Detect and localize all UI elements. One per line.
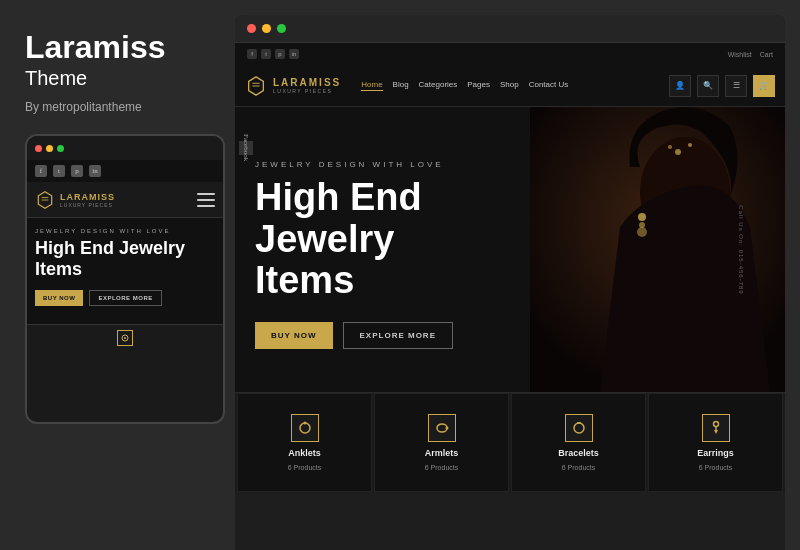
mobile-hamburger-icon[interactable] xyxy=(197,193,215,207)
mobile-buy-button[interactable]: BUY NOW xyxy=(35,290,83,306)
svg-point-22 xyxy=(713,422,718,427)
bracelets-count: 6 Products xyxy=(562,464,595,471)
left-panel: Laramiss Theme By metropolitantheme f t … xyxy=(0,0,235,550)
mobile-twitter-icon: t xyxy=(53,165,65,177)
mobile-hero: JEWELRY DESIGN WITH LOVE High End Jewelr… xyxy=(27,218,223,323)
svg-rect-21 xyxy=(577,422,581,424)
mobile-dot-yellow xyxy=(46,145,53,152)
mobile-dot-green xyxy=(57,145,64,152)
anklets-label: Anklets xyxy=(288,448,321,458)
mobile-jewelry-icon xyxy=(117,330,133,346)
mobile-linkedin-icon: in xyxy=(89,165,101,177)
mobile-hero-buttons: BUY NOW EXPLORE MORE xyxy=(35,290,215,306)
svg-point-12 xyxy=(668,145,672,149)
desktop-top-utility-bar: f t p in Wishlist Cart xyxy=(235,43,785,65)
mobile-logo-icon xyxy=(35,190,55,210)
mobile-hero-title: High End Jewelry Items xyxy=(35,238,215,279)
nav-home[interactable]: Home xyxy=(361,80,382,91)
desktop-hero-title: High EndJewelryItems xyxy=(255,177,515,302)
category-armlets[interactable]: Armlets 6 Products xyxy=(374,393,509,492)
desktop-dot-green xyxy=(277,24,286,33)
desktop-menu-icon[interactable]: ☰ xyxy=(725,75,747,97)
desktop-pinterest-icon: p xyxy=(275,49,285,59)
svg-point-11 xyxy=(688,143,692,147)
earrings-icon xyxy=(702,414,730,442)
wishlist-link[interactable]: Wishlist xyxy=(728,51,752,58)
earrings-count: 6 Products xyxy=(699,464,732,471)
desktop-nav-links: Home Blog Categories Pages Shop Contact … xyxy=(361,80,669,91)
bracelets-icon xyxy=(565,414,593,442)
desktop-user-icon[interactable]: 👤 xyxy=(669,75,691,97)
desktop-call-text: Call Us On: 015-456-789 xyxy=(737,205,743,294)
mobile-logo-area: LARAMISS LUXURY PIECES xyxy=(35,190,197,210)
armlets-count: 6 Products xyxy=(425,464,458,471)
desktop-hero-label: JEWELRY DESIGN WITH LOVE xyxy=(255,160,515,169)
mobile-explore-button[interactable]: EXPLORE MORE xyxy=(89,290,161,306)
svg-point-4 xyxy=(124,337,126,339)
svg-point-20 xyxy=(574,423,584,433)
desktop-twitter-icon: t xyxy=(261,49,271,59)
mobile-nav: LARAMISS LUXURY PIECES xyxy=(27,182,223,218)
desktop-search-icon[interactable]: 🔍 xyxy=(697,75,719,97)
desktop-hero-image: Call Us On: 015-456-789 xyxy=(530,107,785,392)
mobile-facebook-icon: f xyxy=(35,165,47,177)
desktop-main-nav: LARAMISS LUXURY PIECES Home Blog Categor… xyxy=(235,65,785,107)
desktop-logo-text: LARAMISS LUXURY PIECES xyxy=(273,77,341,94)
category-earrings[interactable]: Earrings 6 Products xyxy=(648,393,783,492)
nav-contact[interactable]: Contact Us xyxy=(529,80,569,91)
desktop-cart-icon[interactable]: 🛒 xyxy=(753,75,775,97)
earrings-label: Earrings xyxy=(697,448,734,458)
desktop-hero-buttons: BUY NOW EXPLORE MORE xyxy=(255,322,515,349)
hero-woman-svg xyxy=(530,107,785,392)
bracelets-label: Bracelets xyxy=(558,448,599,458)
brand-subtitle: Theme xyxy=(25,67,215,90)
desktop-explore-button[interactable]: EXPLORE MORE xyxy=(343,322,453,349)
desktop-dot-yellow xyxy=(262,24,271,33)
anklets-count: 6 Products xyxy=(288,464,321,471)
nav-pages[interactable]: Pages xyxy=(467,80,490,91)
svg-point-10 xyxy=(675,149,681,155)
mobile-logo-text: LARAMISS LUXURY PIECES xyxy=(60,192,115,208)
desktop-dot-red xyxy=(247,24,256,33)
mobile-bottom-strip xyxy=(27,324,223,352)
svg-marker-24 xyxy=(714,430,718,434)
desktop-social-icons: f t p in xyxy=(247,49,720,59)
nav-categories[interactable]: Categories xyxy=(419,80,458,91)
desktop-linkedin-icon: in xyxy=(289,49,299,59)
desktop-logo-icon xyxy=(245,75,267,97)
hero-woman-image xyxy=(530,107,785,392)
mobile-mockup: f t p in LARAMISS LUXURY PIECES xyxy=(25,134,225,424)
anklets-icon xyxy=(291,414,319,442)
brand-title: Laramiss xyxy=(25,30,215,65)
desktop-logo: LARAMISS LUXURY PIECES xyxy=(245,75,341,97)
armlets-label: Armlets xyxy=(425,448,459,458)
nav-shop[interactable]: Shop xyxy=(500,80,519,91)
mobile-dot-red xyxy=(35,145,42,152)
svg-point-19 xyxy=(445,427,448,430)
desktop-facebook-icon: f xyxy=(247,49,257,59)
svg-point-17 xyxy=(303,422,306,425)
mobile-social-bar: f t p in xyxy=(27,160,223,182)
desktop-categories-bar: Anklets 6 Products Armlets 6 Products xyxy=(235,392,785,492)
desktop-hero-content: JEWELRY DESIGN WITH LOVE High EndJewelry… xyxy=(235,107,530,392)
desktop-mockup: f t p in Wishlist Cart LARAMISS LUXURY P… xyxy=(235,15,785,550)
category-bracelets[interactable]: Bracelets 6 Products xyxy=(511,393,646,492)
desktop-hero-section: Facebook JEWELRY DESIGN WITH LOVE High E… xyxy=(235,107,785,392)
desktop-window-controls xyxy=(235,15,785,43)
svg-point-13 xyxy=(638,213,646,221)
mobile-pinterest-icon: p xyxy=(71,165,83,177)
mobile-window-controls xyxy=(27,136,223,160)
desktop-browser-content: f t p in Wishlist Cart LARAMISS LUXURY P… xyxy=(235,43,785,492)
svg-point-15 xyxy=(637,227,647,237)
nav-blog[interactable]: Blog xyxy=(393,80,409,91)
brand-author: By metropolitantheme xyxy=(25,100,215,114)
cart-link[interactable]: Cart xyxy=(760,51,773,58)
desktop-buy-button[interactable]: BUY NOW xyxy=(255,322,333,349)
mobile-hero-label: JEWELRY DESIGN WITH LOVE xyxy=(35,228,215,234)
armlets-icon xyxy=(428,414,456,442)
category-anklets[interactable]: Anklets 6 Products xyxy=(237,393,372,492)
desktop-nav-action-icons: 👤 🔍 ☰ 🛒 xyxy=(669,75,775,97)
